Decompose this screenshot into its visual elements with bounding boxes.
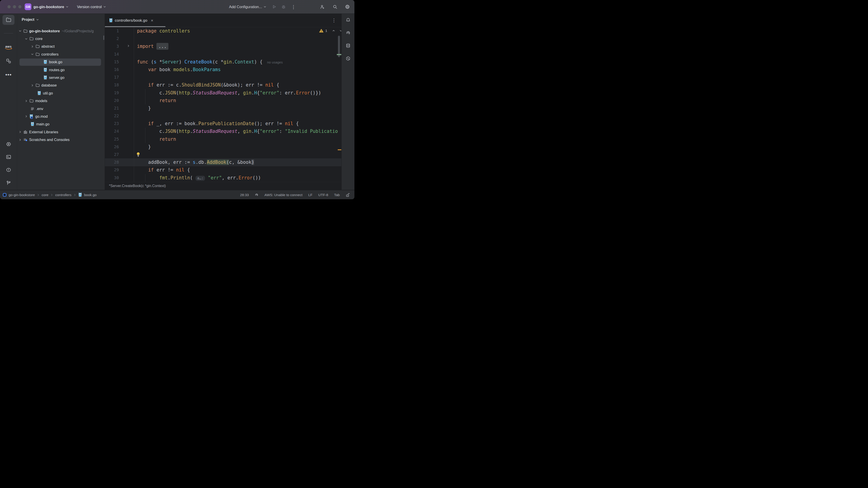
- run-configuration-selector[interactable]: Add Configuration...: [229, 5, 266, 9]
- notifications-button[interactable]: [342, 15, 354, 25]
- line-number[interactable]: 16: [105, 66, 134, 73]
- line-number[interactable]: 21: [105, 104, 134, 112]
- chevron-right-icon[interactable]: [31, 84, 34, 87]
- chevron-down-icon[interactable]: [18, 30, 22, 32]
- database-button[interactable]: [342, 41, 354, 50]
- status-path-segment[interactable]: book.go: [84, 193, 96, 197]
- code-line-26[interactable]: }: [137, 143, 338, 151]
- project-tool-window-button[interactable]: [2, 15, 14, 25]
- line-separator[interactable]: LF: [308, 193, 312, 197]
- status-path-segment[interactable]: core: [41, 193, 49, 197]
- indent-style[interactable]: Tab: [334, 193, 340, 197]
- status-breadcrumbs[interactable]: go-gin-bookstorecorecontrollersbook.go: [3, 193, 96, 197]
- tree-row-scratches-and-consoles[interactable]: Scratches and Consoles: [17, 136, 105, 143]
- ai-assistant-status-icon[interactable]: [255, 193, 258, 197]
- package-checker-button[interactable]: [342, 54, 354, 63]
- tree-row-abstract[interactable]: abstract: [17, 43, 105, 51]
- code-line-27[interactable]: [137, 151, 338, 158]
- code-line-15[interactable]: func (s *Server) CreateBook(c *gin.Conte…: [137, 58, 338, 66]
- ai-assistant-button[interactable]: [342, 28, 354, 37]
- tree-row-go.mod[interactable]: go.mod: [17, 112, 105, 120]
- editor-gutter[interactable]: 1231415161718192021222324252627282930: [105, 27, 134, 182]
- tree-row-book.go[interactable]: book.go: [17, 58, 105, 66]
- line-number[interactable]: 19: [105, 89, 134, 97]
- line-number[interactable]: 23: [105, 120, 134, 127]
- more-vertical-icon[interactable]: ⋮: [291, 4, 296, 9]
- context-breadcrumb-bar[interactable]: *Server.CreateBook(c *gin.Context): [105, 182, 341, 190]
- project-panel-header[interactable]: Project: [22, 18, 39, 22]
- chevron-right-icon[interactable]: [24, 115, 28, 118]
- line-number[interactable]: 26: [105, 143, 134, 151]
- code-line-30[interactable]: fmt.Println( a…: "err", err.Error()): [137, 174, 338, 182]
- code-line-29[interactable]: if err != nil {: [137, 166, 338, 174]
- code-line-25[interactable]: return: [137, 135, 338, 143]
- line-number[interactable]: 18: [105, 81, 134, 89]
- chevron-right-icon[interactable]: [18, 131, 22, 133]
- line-number[interactable]: 30: [105, 174, 134, 182]
- folded-import-block[interactable]: ...: [156, 43, 168, 50]
- more-tool-windows-button[interactable]: •••: [2, 70, 14, 80]
- code-line-1[interactable]: package controllers: [137, 27, 338, 35]
- line-number[interactable]: 14: [105, 51, 134, 58]
- chevron-up-icon[interactable]: [332, 29, 335, 32]
- warning-stripe-marker[interactable]: [338, 149, 341, 150]
- code-line-2[interactable]: [137, 35, 338, 42]
- chevron-down-icon[interactable]: [24, 37, 28, 40]
- tree-row-util.go[interactable]: util.go: [17, 89, 105, 97]
- status-path-segment[interactable]: go-gin-bookstore: [8, 193, 35, 197]
- close-icon[interactable]: ✕: [151, 19, 153, 22]
- structure-tool-window-button[interactable]: [2, 56, 14, 66]
- code-line-16[interactable]: var book models.BookParams: [137, 66, 338, 73]
- line-number[interactable]: 17: [105, 73, 134, 81]
- chevron-down-icon[interactable]: [31, 53, 34, 56]
- line-number[interactable]: 27: [105, 151, 134, 158]
- traffic-lights[interactable]: [7, 5, 22, 8]
- debug-icon[interactable]: [281, 4, 286, 9]
- tree-row-database[interactable]: database: [17, 82, 105, 89]
- run-icon[interactable]: [272, 4, 276, 9]
- chevron-down-icon[interactable]: [340, 29, 341, 32]
- editor-tab[interactable]: controllers/book.go ✕: [105, 18, 153, 23]
- line-number[interactable]: 20: [105, 97, 134, 104]
- line-number[interactable]: 29: [105, 166, 134, 174]
- line-number[interactable]: 1: [105, 27, 134, 35]
- tree-row-external-libraries[interactable]: External Libraries: [17, 128, 105, 136]
- code-line-20[interactable]: return: [137, 97, 338, 104]
- aws-tool-window-button[interactable]: aws: [2, 42, 14, 53]
- file-encoding[interactable]: UTF-8: [318, 193, 328, 197]
- line-number[interactable]: 22: [105, 112, 134, 120]
- code-line-28[interactable]: addBook, err := s.db.AddBook(c, &book): [137, 158, 338, 166]
- code-content[interactable]: package controllersimport ...func (s *Se…: [137, 27, 338, 182]
- code-line-21[interactable]: }: [137, 104, 338, 112]
- fold-region-icon[interactable]: [127, 44, 130, 47]
- code-line-24[interactable]: c.JSON(http.StatusBadRequest, gin.H{"err…: [137, 127, 338, 135]
- vcs-widget[interactable]: Version control: [77, 5, 106, 9]
- code-line-18[interactable]: if err := c.ShouldBindJSON(&book); err !…: [137, 81, 338, 89]
- tree-row-core[interactable]: core: [17, 35, 105, 42]
- tree-row-go-gin-bookstore[interactable]: go-gin-bookstore~/GolandProjects/g: [17, 27, 105, 35]
- tree-row-models[interactable]: models: [17, 97, 105, 105]
- code-line-19[interactable]: c.JSON(http.StatusBadRequest, gin.H{"err…: [137, 89, 338, 97]
- git-tool-window-button[interactable]: [2, 178, 14, 188]
- more-vertical-icon[interactable]: ⋮: [332, 18, 336, 23]
- problems-tool-window-button[interactable]: [2, 165, 14, 175]
- status-path-segment[interactable]: controllers: [55, 193, 71, 197]
- search-icon[interactable]: [333, 4, 338, 9]
- code-line-14[interactable]: [137, 51, 338, 58]
- tree-row-server.go[interactable]: server.go: [17, 74, 105, 81]
- settings-icon[interactable]: [345, 4, 350, 9]
- intention-bulb-icon[interactable]: [136, 152, 140, 157]
- tree-row-controllers[interactable]: controllers: [17, 51, 105, 58]
- run-tool-window-button[interactable]: [2, 139, 14, 149]
- terminal-tool-window-button[interactable]: [2, 152, 14, 162]
- chevron-right-icon[interactable]: [18, 138, 22, 141]
- tree-row-.env[interactable]: .env: [17, 105, 105, 112]
- panel-scrollbar[interactable]: [103, 35, 104, 40]
- line-number[interactable]: 28: [105, 158, 134, 166]
- code-line-3[interactable]: import ...: [137, 42, 338, 50]
- tree-row-main.go[interactable]: main.go: [17, 121, 105, 128]
- code-line-23[interactable]: if _, err := book.ParsePublicationDate()…: [137, 120, 338, 127]
- line-number[interactable]: 15: [105, 58, 134, 66]
- line-number[interactable]: 25: [105, 135, 134, 143]
- aws-status[interactable]: AWS: Unable to connect: [265, 193, 303, 197]
